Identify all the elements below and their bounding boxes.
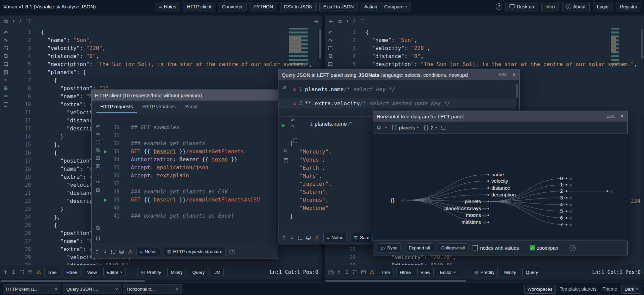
grid-icon[interactable]: ⊞ — [96, 187, 100, 192]
action-button[interactable]: Action — [361, 4, 381, 9]
workspaces-button[interactable]: Workspaces — [524, 285, 556, 294]
format-icon[interactable]: / — [19, 19, 21, 24]
login-button[interactable]: Login — [593, 2, 612, 11]
expand-all-button[interactable]: Expand all — [406, 243, 433, 252]
collapse-all-button[interactable]: Collapse all — [438, 243, 468, 252]
query-window-titlebar[interactable]: Query JSON in LEFT panel using JSONata l… — [278, 69, 519, 80]
close-icon[interactable]: × — [115, 286, 118, 292]
samples-button[interactable]: ≣Sam — [351, 233, 373, 242]
horizontal-scrollbar[interactable] — [0, 279, 322, 283]
breadcrumb-planets[interactable]: [] planets ▾ — [391, 125, 419, 131]
help-icon[interactable]: ? — [496, 3, 502, 10]
selectbox-icon[interactable] — [353, 270, 357, 274]
redo-icon[interactable]: ↷ — [328, 38, 333, 43]
excel-to-json-button[interactable]: Excel to JSON — [319, 2, 358, 11]
http-client-button[interactable]: HTTP client — [183, 2, 215, 11]
selectbox-icon[interactable] — [111, 250, 115, 254]
taskbar-tab[interactable]: Query JSON i...× — [63, 284, 121, 294]
help-icon[interactable]: ? — [229, 249, 235, 254]
run-request-icon[interactable]: ▶ — [104, 196, 109, 204]
lines-icon[interactable]: ≡ — [97, 171, 100, 176]
warning-icon[interactable]: ⚠ — [370, 270, 374, 275]
copy-icon[interactable]: ⧉ — [4, 53, 8, 58]
help-icon[interactable]: ? — [570, 245, 576, 251]
close-icon[interactable]: × — [55, 286, 58, 292]
csv-to-json-button[interactable]: CSV to JSON — [280, 2, 317, 11]
query-button[interactable]: Query — [522, 268, 541, 277]
copy-icon[interactable]: ⧉ — [284, 149, 287, 153]
zoom-pan-checkbox[interactable]: ✓ zoom/pan — [530, 245, 558, 251]
checkbox-unchecked[interactable] — [473, 245, 478, 250]
htree-button[interactable]: Htree — [396, 268, 414, 277]
jmespath-button[interactable]: JM — [211, 268, 224, 277]
copy-icon[interactable]: ⧉ — [338, 19, 342, 24]
selectbox-icon[interactable] — [4, 46, 8, 50]
query-history-row[interactable]: x2**.extra.velocity /* select nested nod… — [278, 98, 519, 108]
paste-icon[interactable]: ▤ — [3, 61, 8, 66]
history-icon[interactable]: ↺ — [282, 85, 286, 91]
run-request-icon[interactable]: ▶ — [104, 148, 109, 156]
python-button[interactable]: PYTHON — [250, 2, 277, 11]
db-icon[interactable] — [119, 250, 124, 254]
register-button[interactable]: Register — [616, 2, 641, 11]
minimap[interactable] — [289, 28, 312, 66]
undo-icon[interactable]: ↶ — [291, 118, 294, 123]
cut-icon[interactable]: ✂ — [96, 179, 100, 184]
trash-icon[interactable] — [4, 103, 7, 107]
chevron-down-icon[interactable]: ▾ — [346, 19, 348, 23]
redo-icon[interactable]: ↷ — [96, 132, 100, 137]
query-history-row[interactable]: x1planets.name /* select key */ — [278, 84, 519, 94]
close-icon[interactable]: × — [621, 113, 624, 120]
vertical-scrollbar[interactable] — [641, 28, 644, 265]
breadcrumb-index[interactable]: {} 2 ▾ — [423, 125, 437, 131]
copy-icon[interactable]: ⧉ — [329, 53, 332, 58]
format-icon[interactable]: / — [354, 19, 355, 24]
paste-icon[interactable]: ▤ — [328, 61, 333, 66]
query-input-line[interactable]: 1planets.name /* — [310, 121, 352, 127]
copy-icon[interactable]: ⧉ — [4, 19, 8, 24]
warning-icon[interactable]: ⚠ — [128, 249, 132, 254]
cut-icon[interactable]: ✂ — [4, 94, 8, 99]
selectbox-icon[interactable] — [20, 270, 24, 274]
upload-icon[interactable]: ↥ — [282, 235, 286, 240]
undo-icon[interactable]: ↶ — [4, 30, 8, 35]
download-icon[interactable]: ↧ — [345, 270, 350, 275]
minify-button[interactable]: Minify — [501, 268, 519, 277]
grid-icon[interactable]: ⊞ — [4, 85, 8, 91]
sync-button[interactable]: ▷Sync — [378, 243, 401, 252]
htree-titlebar[interactable]: Horizontal tree diagram for LEFT panel E… — [373, 111, 627, 122]
copy-icon[interactable]: ⧉ — [96, 225, 100, 230]
db-icon[interactable] — [28, 270, 32, 274]
select-region-icon[interactable] — [360, 19, 364, 23]
selectbox-icon[interactable] — [298, 236, 302, 240]
warning-icon[interactable]: ⚠ — [315, 235, 319, 240]
undo-icon[interactable]: ↶ — [96, 124, 100, 129]
trash-icon[interactable] — [96, 237, 100, 240]
editor-dropdown[interactable]: Editor▾ — [103, 268, 126, 277]
view-button[interactable]: View — [417, 268, 434, 277]
intro-button[interactable]: Intro — [541, 2, 559, 11]
redo-icon[interactable]: ↷ — [4, 38, 8, 43]
query-results[interactable]: [ "Mercury", "Venus", "Earth", "Mars", "… — [290, 140, 332, 220]
copy-icon[interactable]: ⧉ — [377, 125, 381, 130]
compare-dropdown[interactable]: Compare▾ — [381, 4, 411, 9]
checkbox-checked[interactable]: ✓ — [530, 245, 535, 250]
htree-button[interactable]: Htree — [63, 268, 81, 277]
about-button[interactable]: iAbout — [562, 2, 590, 11]
close-icon[interactable]: × — [513, 71, 516, 78]
clipboard-icon[interactable]: ▥ — [3, 69, 8, 74]
theme-dropdown[interactable]: Dark▾ — [621, 285, 641, 294]
htree-canvas[interactable]: {}◁namevelocitydistancedescriptionplanet… — [373, 134, 628, 241]
clipboard-icon[interactable]: ▥ — [96, 163, 100, 168]
copy-icon[interactable]: ⧉ — [96, 147, 100, 152]
collapse-panel-left-icon[interactable]: ⇤ — [329, 19, 333, 24]
http-requests-structure-button[interactable]: ≣HTTP requests structure — [164, 247, 226, 256]
download-icon[interactable]: ↧ — [290, 235, 294, 240]
editor-dropdown[interactable]: Editor▾ — [437, 268, 459, 277]
tab-http-variables[interactable]: HTTP variables — [138, 101, 180, 113]
redo-icon[interactable]: ↷ — [291, 124, 294, 129]
lines-icon[interactable]: ≡ — [4, 77, 7, 82]
trash-icon[interactable] — [284, 159, 287, 163]
tab-http-requests[interactable]: HTTP requests — [96, 101, 137, 113]
upload-icon[interactable]: ↥ — [337, 270, 341, 275]
